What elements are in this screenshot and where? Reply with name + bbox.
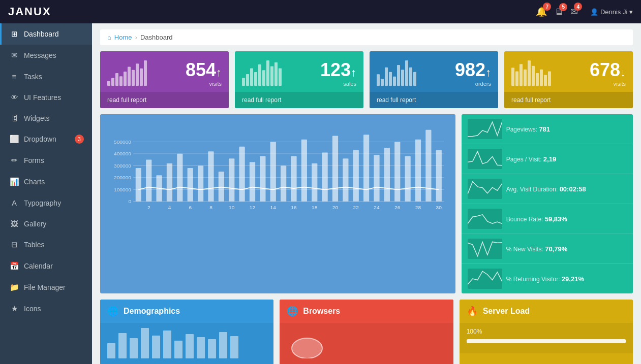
sidebar-item-widgets[interactable]: 🎛 Widgets — [0, 108, 92, 128]
breadcrumb: ⌂ Home › Dashboard — [100, 29, 633, 45]
svg-rect-19 — [279, 68, 282, 86]
sidebar-badge: 3 — [75, 135, 84, 144]
sidebar-item-tables[interactable]: ⊟ Tables — [0, 234, 92, 255]
sidebar-label: Widgets — [24, 114, 50, 122]
sparkline-1 — [468, 149, 502, 169]
sparkline-3 — [468, 209, 502, 229]
svg-rect-74 — [363, 135, 369, 202]
svg-rect-23 — [389, 72, 392, 86]
stat-card-footer[interactable]: read full report — [100, 92, 229, 108]
bottom-card-header-0: 🌐 Demographics — [100, 300, 273, 323]
bottom-card-1: 🌐 Browsers — [280, 300, 453, 364]
breadcrumb-home[interactable]: Home — [114, 34, 132, 41]
stat-card-1: 123↑ sales read full report — [235, 51, 363, 108]
stat-card-footer[interactable]: read full report — [235, 92, 363, 108]
mini-bar-chart — [242, 60, 283, 86]
sidebar-icon: 📁 — [10, 283, 19, 292]
svg-text:16: 16 — [291, 205, 296, 210]
svg-rect-30 — [511, 68, 514, 86]
app-logo: JANUX — [8, 5, 536, 18]
stats-value: 29,21% — [562, 275, 584, 283]
sidebar-label: UI Features — [24, 93, 61, 102]
stat-cards-row: 854↑ visits read full report 123↑ sales … — [100, 51, 633, 108]
svg-rect-2 — [115, 73, 118, 86]
sparkline-4 — [468, 239, 502, 259]
svg-text:200000: 200000 — [114, 175, 131, 180]
sidebar-item-calendar[interactable]: 📅 Calendar — [0, 255, 92, 277]
stat-card-0: 854↑ visits read full report — [100, 51, 229, 108]
browser-chart — [287, 328, 327, 358]
svg-rect-22 — [385, 68, 388, 86]
stats-value: 781 — [539, 125, 550, 133]
stat-number: 854↑ — [186, 59, 222, 81]
notifications-mail[interactable]: ✉ 4 — [570, 6, 578, 17]
sidebar-item-icons[interactable]: ★ Icons — [0, 298, 92, 319]
sidebar-item-forms[interactable]: ✏ Forms — [0, 150, 92, 171]
stat-number: 678↓ — [590, 59, 626, 81]
sidebar-item-charts[interactable]: 📊 Charts — [0, 171, 92, 192]
svg-rect-105 — [130, 338, 138, 358]
svg-rect-63 — [250, 162, 255, 202]
sidebar-label: Calendar — [24, 262, 53, 270]
sidebar-item-file-manager[interactable]: 📁 File Manager — [0, 277, 92, 298]
sidebar-item-gallery[interactable]: 🖼 Gallery — [0, 213, 92, 234]
svg-rect-18 — [274, 62, 278, 86]
svg-rect-35 — [532, 66, 535, 86]
sidebar-label: Icons — [24, 305, 41, 313]
svg-rect-79 — [415, 140, 421, 202]
svg-rect-71 — [332, 136, 338, 202]
svg-text:20: 20 — [332, 205, 338, 210]
sidebar-item-tasks[interactable]: ≡ Tasks — [0, 66, 92, 87]
sidebar-icon: A — [10, 198, 19, 207]
svg-rect-53 — [146, 160, 151, 202]
stats-info-5: % Returning Visitor: 29,21% — [506, 275, 627, 283]
username: Dennis Ji — [600, 8, 627, 16]
svg-rect-11 — [246, 74, 249, 86]
notifications-screen[interactable]: 🖥 5 — [554, 7, 563, 17]
bottom-card-title-0: Demographics — [124, 307, 180, 316]
svg-rect-10 — [242, 78, 245, 86]
sidebar-item-dashboard[interactable]: ⊞ Dashboard — [0, 23, 92, 45]
svg-rect-60 — [219, 172, 224, 202]
svg-rect-72 — [343, 158, 348, 202]
svg-rect-70 — [322, 152, 328, 201]
stats-value: 70,79% — [545, 245, 567, 253]
stat-card-2: 982↑ orders read full report — [370, 51, 498, 108]
svg-rect-26 — [401, 70, 404, 86]
svg-rect-109 — [174, 341, 182, 358]
stat-card-footer[interactable]: read full report — [504, 92, 633, 108]
sidebar-item-ui-features[interactable]: 👁 UI Features — [0, 87, 92, 108]
stats-row-2: Avg. Visit Duration: 00:02:58 — [462, 174, 633, 204]
sidebar-item-dropdown[interactable]: ⬜ Dropdown 3 — [0, 128, 92, 150]
stat-number: 123↑ — [320, 59, 356, 81]
svg-rect-73 — [353, 150, 359, 202]
svg-rect-104 — [118, 333, 127, 358]
svg-rect-61 — [229, 158, 234, 202]
sidebar-item-messages[interactable]: ✉ Messages — [0, 45, 92, 66]
svg-rect-29 — [413, 72, 416, 86]
bottom-card-header-1: 🌐 Browsers — [280, 300, 453, 323]
sidebar-icon: 🖼 — [10, 219, 19, 228]
svg-rect-12 — [250, 68, 253, 86]
svg-text:4: 4 — [168, 205, 171, 210]
chevron-down-icon: ▾ — [629, 8, 633, 16]
stat-trend: ↑ — [216, 66, 222, 79]
svg-rect-81 — [436, 150, 442, 202]
sidebar-item-typography[interactable]: A Typography — [0, 192, 92, 213]
bottom-card-2: 🔥 Server Load 100% — [460, 300, 633, 364]
stats-row-5: % Returning Visitor: 29,21% — [462, 264, 633, 293]
user-menu[interactable]: 👤 Dennis Ji ▾ — [590, 8, 633, 16]
bottom-card-title-1: Browsers — [303, 307, 340, 316]
stat-card-footer[interactable]: read full report — [370, 92, 498, 108]
svg-rect-7 — [136, 63, 139, 86]
bottom-card-body-2: 100% — [460, 323, 633, 353]
svg-text:12: 12 — [250, 205, 255, 210]
svg-rect-114 — [230, 336, 238, 358]
svg-rect-5 — [128, 67, 131, 86]
sidebar-label: Gallery — [24, 220, 46, 228]
svg-rect-107 — [152, 336, 160, 358]
notifications-bell[interactable]: 🔔 7 — [536, 6, 547, 17]
svg-rect-75 — [374, 155, 379, 202]
svg-rect-80 — [425, 130, 431, 202]
svg-rect-4 — [124, 72, 127, 86]
